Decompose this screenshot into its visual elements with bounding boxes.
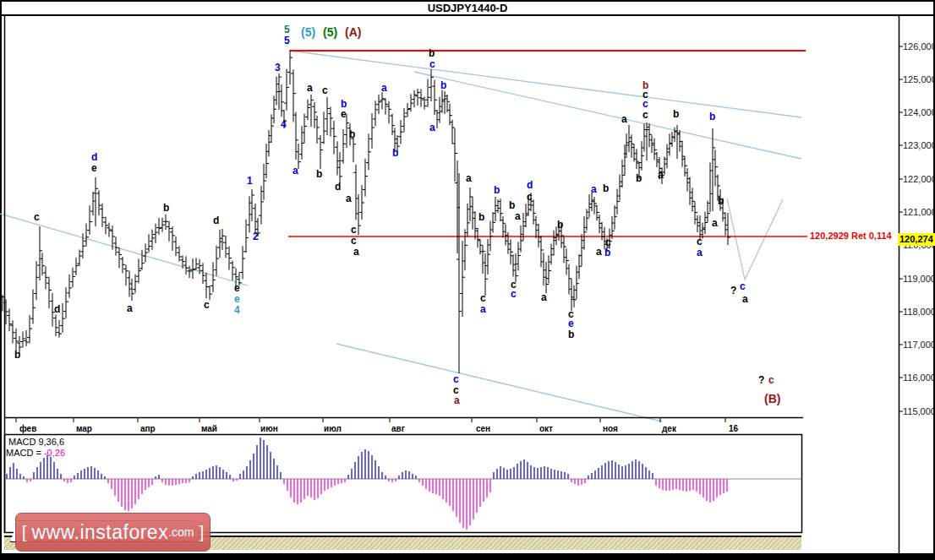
wave-label-c: c (480, 293, 486, 303)
wave-label-c: c (453, 374, 459, 384)
price-axis-label: 124,000 (903, 107, 935, 117)
current-price-badge: 120,274 (898, 233, 935, 246)
macd-value: -0,26 (44, 448, 65, 458)
month-label: фев (19, 424, 36, 433)
wave-label-3: 3 (275, 63, 281, 73)
price-axis-label: 118,000 (903, 307, 935, 317)
wave-label-c: c (511, 289, 517, 299)
wave-label-a: a (541, 292, 547, 302)
wave-label-b: b (163, 203, 169, 213)
wave-label-a: a (596, 247, 602, 257)
wave-label-a: a (591, 184, 597, 194)
wave-label-b: b (440, 80, 446, 90)
wave-label-xAx: (A) (345, 26, 361, 38)
wave-label-b: b (392, 148, 398, 158)
macd-value-prefix: MACD = (6, 448, 44, 458)
month-label: апр (140, 424, 156, 433)
wave-label-c: c (351, 225, 357, 235)
month-label: сен (476, 424, 490, 433)
wave-label-xBx: (B) (764, 393, 780, 405)
logo-tld: .com (168, 525, 194, 539)
wave-label-c: c (740, 281, 746, 291)
wave-label-d: d (335, 182, 341, 192)
month-label: дек (662, 424, 676, 433)
price-axis-label: 122,000 (903, 174, 935, 184)
wave-label-a: a (127, 303, 133, 313)
price-axis-label: 115,000 (903, 406, 935, 416)
wave-label-a: a (712, 218, 718, 228)
wave-label-b: b (603, 183, 609, 193)
macd-value-line: MACD = -0,26 (6, 448, 65, 458)
wave-label-b: b (557, 220, 563, 230)
wave-label-b: b (604, 247, 610, 258)
wave-label-c: c (351, 236, 357, 246)
instaforex-watermark[interactable]: [ www.instaforex .com ] (15, 513, 211, 552)
wave-label-2: 2 (253, 231, 259, 242)
macd-params-label: MACD 9,36,6 (8, 437, 64, 447)
month-label: окт (539, 424, 553, 433)
wave-label-b: b (14, 350, 20, 360)
wave-label-e: e (91, 163, 97, 173)
price-axis-label: 125,000 (903, 74, 935, 84)
wave-label-x: ? (730, 285, 736, 296)
price-axis-label: 126,000 (903, 41, 935, 52)
month-label: июн (260, 424, 278, 433)
wave-label-a: a (429, 122, 435, 133)
wave-label-a: a (697, 247, 703, 258)
wave-label-a: a (454, 395, 460, 405)
wave-label-e: e (234, 294, 240, 304)
logo-domain: www.instaforex (31, 521, 168, 544)
chart-window: USDJPY1440-D 126,000125,000124,000123,00… (0, 0, 935, 560)
wave-label-a: a (381, 83, 387, 93)
price-axis-label: 123,000 (903, 140, 935, 150)
wave-label-d: d (527, 180, 533, 190)
wave-label-b: b (494, 185, 500, 195)
wave-label-c: c (697, 237, 703, 247)
wave-label-a: a (515, 211, 521, 221)
chart-svg (0, 0, 935, 560)
wave-label-e: e (341, 109, 347, 119)
price-axis-label: 121,000 (903, 207, 935, 217)
wave-label-4: 4 (234, 305, 240, 315)
wave-label-d: d (213, 215, 219, 226)
logo-bracket-right: ] (200, 522, 205, 542)
wave-label-b: b (709, 111, 715, 122)
wave-label-a: a (307, 83, 313, 93)
wave-label-d: d (91, 152, 97, 162)
wave-label-e: e (234, 283, 240, 293)
wave-label-a: a (480, 304, 486, 314)
wave-label-c: c (527, 192, 533, 202)
wave-label-1: 1 (247, 176, 253, 186)
wave-label-b: b (349, 129, 355, 139)
wave-label-a: a (658, 170, 664, 180)
month-label: июл (324, 424, 342, 433)
wave-label-5: 5 (284, 35, 290, 46)
window-bottom-frame (0, 553, 935, 560)
wave-label-c: c (642, 110, 648, 120)
month-label: мар (76, 424, 92, 433)
wave-label-x: ? (758, 375, 764, 385)
wave-label-e: e (568, 318, 574, 329)
wave-label-c: c (429, 59, 435, 69)
wave-label-b: b (478, 212, 484, 222)
wave-label-x5x: (5) (323, 26, 337, 38)
wave-label-a: a (742, 294, 748, 304)
wave-label-a: a (466, 173, 472, 183)
price-chart-canvas (0, 0, 935, 560)
wave-label-c: c (768, 375, 774, 385)
wave-label-4: 4 (281, 119, 287, 129)
wave-label-c: c (322, 85, 328, 95)
wave-label-b: b (568, 329, 574, 340)
wave-label-5: 5 (284, 24, 290, 35)
wave-label-b: b (636, 173, 642, 183)
logo-bracket-left: [ (22, 522, 27, 542)
wave-label-a: a (353, 247, 359, 257)
wave-label-d: d (54, 304, 60, 314)
wave-label-c: c (34, 212, 40, 222)
wave-label-c: c (204, 300, 210, 310)
wave-label-b: b (673, 109, 679, 119)
wave-label-a: a (293, 166, 298, 176)
price-axis-label: 116,000 (903, 372, 935, 383)
wave-label-b: b (429, 48, 435, 58)
wave-label-b: b (316, 169, 322, 179)
